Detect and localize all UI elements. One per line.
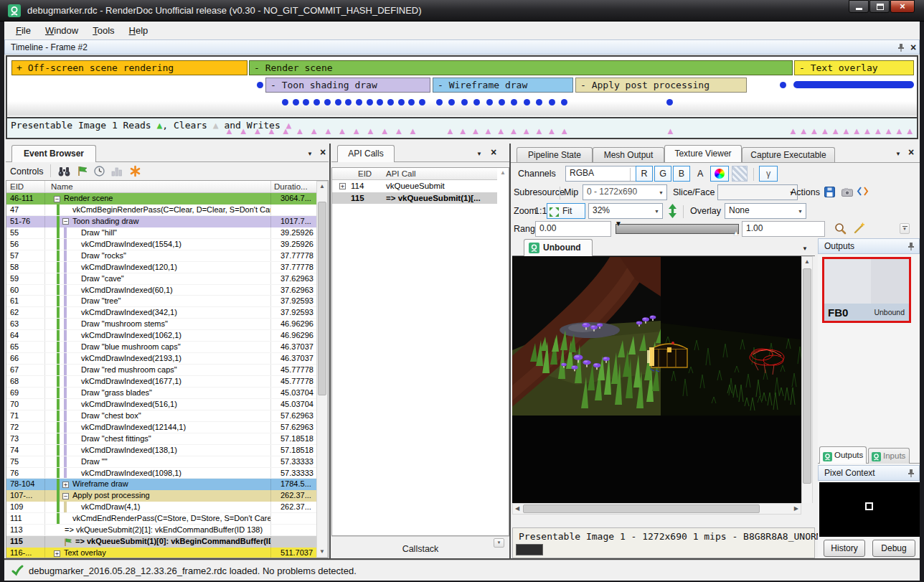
scroll-up-icon[interactable]: ▲	[317, 182, 327, 192]
event-row[interactable]: 69Draw "grass blades"45.03704	[6, 388, 316, 399]
menu-item-tools[interactable]: Tools	[85, 22, 121, 39]
zoom-percent-dropdown[interactable]: 32%▼	[588, 203, 663, 219]
close-button[interactable]: ×	[890, 0, 915, 13]
panel-menu-icon[interactable]: ▼	[895, 151, 901, 158]
event-row[interactable]: 109vkCmdDraw(4,1)262.37...	[6, 502, 316, 513]
event-row[interactable]: 57Draw "rocks"37.77778	[6, 250, 316, 262]
timeline-event-dot[interactable]	[367, 99, 373, 105]
expander-icon[interactable]: −	[54, 196, 60, 202]
usage-triangle[interactable]: ▲	[338, 126, 347, 136]
event-row[interactable]: 78-104+Wireframe draw1784.5...	[6, 479, 316, 490]
tab-mesh-output[interactable]: Mesh Output	[593, 147, 664, 162]
api-scrollbar[interactable]: ▲	[497, 168, 509, 535]
column-api-call[interactable]: API Call	[383, 168, 497, 179]
event-row[interactable]: 68vkCmdDrawIndexed(1677,1)45.77778	[6, 376, 316, 388]
usage-triangle[interactable]: ▲	[842, 126, 851, 136]
timeline-event-dot[interactable]	[356, 99, 362, 105]
usage-triangle[interactable]: ▲	[366, 126, 375, 136]
close-icon[interactable]: ×	[908, 147, 914, 157]
pixel-context-view[interactable]	[819, 482, 920, 537]
channel-g-button[interactable]: G	[654, 166, 671, 182]
find-event-icon[interactable]	[57, 165, 71, 180]
column-name[interactable]: Name	[45, 181, 270, 192]
timeline-event-dot[interactable]	[549, 99, 555, 105]
timeline-bar[interactable]: - Apply post processing	[575, 78, 747, 93]
panel-menu-icon[interactable]: ▼	[307, 151, 313, 158]
range-slider-min-handle[interactable]: ▼	[615, 220, 622, 227]
pin-icon[interactable]	[908, 242, 915, 253]
tab-texture-viewer[interactable]: Texture Viewer	[664, 145, 742, 162]
autofit-wand-icon[interactable]	[852, 222, 866, 238]
scroll-up-icon[interactable]: ▲	[802, 257, 812, 267]
event-row[interactable]: 55Draw "hill"39.25926	[6, 227, 316, 239]
event-row[interactable]: 60vkCmdDrawIndexed(60,1)37.62963	[6, 285, 316, 296]
scroll-up-icon[interactable]: ▲	[497, 168, 509, 178]
usage-triangle[interactable]: ▲	[484, 126, 493, 136]
usage-triangle[interactable]: ▲	[471, 126, 480, 136]
event-row[interactable]: 47vkCmdBeginRenderPass(C=Clear, D=Clear,…	[6, 205, 316, 216]
usage-triangle[interactable]: ▲	[509, 126, 519, 136]
channel-r-button[interactable]: R	[636, 166, 653, 182]
usage-triangle[interactable]: ▲	[820, 126, 829, 136]
range-max-input[interactable]: 1.00	[742, 221, 825, 237]
usage-triangle[interactable]: ▲	[296, 126, 305, 136]
timeline-event-dot[interactable]	[780, 82, 786, 88]
timeline-event-dot[interactable]	[524, 99, 530, 105]
tab-capture-executable[interactable]: Capture Executable	[742, 147, 835, 162]
usage-triangle[interactable]: ▲	[352, 126, 361, 136]
flip-y-icon[interactable]	[667, 203, 678, 222]
timeline-event-dot[interactable]	[666, 99, 673, 105]
timeline-event-dot[interactable]	[282, 99, 288, 105]
timeline-bar[interactable]: + Off-screen scene rendering	[11, 60, 248, 75]
timeline-event-dot[interactable]	[314, 99, 320, 105]
timeline-event-dot[interactable]	[335, 99, 341, 105]
event-row[interactable]: 56vkCmdDrawIndexed(1554,1)39.25926	[6, 239, 316, 250]
usage-triangle[interactable]: ▲	[309, 126, 319, 136]
timeline-event-dot[interactable]	[461, 99, 468, 105]
custom-action-icon[interactable]	[129, 165, 141, 180]
expander-icon[interactable]: +	[339, 183, 346, 189]
timeline-event-dot[interactable]	[536, 99, 542, 105]
channel-b-button[interactable]: B	[673, 166, 690, 182]
event-row[interactable]: 107-...−Apply post processing262.37...	[6, 490, 316, 502]
timeline-event-dot[interactable]	[377, 99, 383, 105]
event-row[interactable]: 73Draw "chest fittings"57.18518	[6, 433, 316, 445]
close-icon[interactable]: ×	[910, 42, 916, 52]
event-row[interactable]: 58vkCmdDrawIndexed(120,1)37.77778	[6, 262, 316, 273]
tab-outputs[interactable]: Outputs	[819, 446, 867, 464]
minimize-button[interactable]	[849, 0, 869, 13]
range-slider-max-handle[interactable]: ▲	[732, 230, 740, 237]
timeline-marker-pill[interactable]	[793, 81, 914, 88]
mip-dropdown[interactable]: 0 - 1272x690▼	[583, 184, 667, 200]
event-row[interactable]: 46-111−Render scene3064.7...	[6, 193, 316, 205]
timeline-event-dot[interactable]	[486, 99, 493, 105]
timeline-event-dot[interactable]	[473, 99, 480, 105]
event-row[interactable]: 62vkCmdDrawIndexed(342,1)37.92593	[6, 307, 316, 319]
checkerboard-button[interactable]	[732, 166, 748, 182]
event-row[interactable]: 74vkCmdDrawIndexed(138,1)57.18518	[6, 445, 316, 456]
screenshot-camera-icon[interactable]	[841, 187, 854, 200]
range-slider[interactable]: ▼ ▲	[616, 224, 739, 234]
usage-triangle[interactable]: ▲	[560, 126, 569, 136]
timeline-event-dot[interactable]	[324, 99, 331, 105]
event-row[interactable]: 72vkCmdDrawIndexed(12144,1)57.62963	[6, 422, 316, 433]
expander-icon[interactable]: +	[62, 482, 69, 488]
menu-item-window[interactable]: Window	[38, 22, 85, 39]
expander-icon[interactable]: −	[62, 218, 69, 225]
api-table-header[interactable]: EID API Call	[332, 168, 497, 180]
menu-item-help[interactable]: Help	[122, 22, 156, 39]
gamma-button[interactable]: γ	[759, 166, 778, 182]
timeline-bar[interactable]: - Render scene	[249, 60, 793, 75]
overlay-dropdown[interactable]: None▼	[725, 203, 806, 219]
event-row[interactable]: 113=> vkQueueSubmit(2)[1]: vkEndCommandB…	[6, 525, 316, 536]
event-row[interactable]: 70vkCmdDrawIndexed(516,1)45.03704	[6, 399, 316, 410]
usage-triangle[interactable]: ▲	[547, 126, 557, 136]
api-call-row[interactable]: 115=> vkQueueSubmit(1)[...	[332, 192, 497, 205]
scroll-down-icon[interactable]: ▼	[317, 547, 327, 557]
scrollbar-thumb[interactable]	[803, 268, 811, 484]
maximize-button[interactable]	[869, 0, 890, 13]
panel-menu-icon[interactable]: ▼	[476, 151, 482, 158]
toolbar-overflow-button[interactable]: ▼	[900, 223, 910, 234]
event-row[interactable]: 67Draw "red mushroom caps"45.77778	[6, 365, 316, 376]
channels-dropdown[interactable]: RGBA▼	[565, 166, 644, 182]
